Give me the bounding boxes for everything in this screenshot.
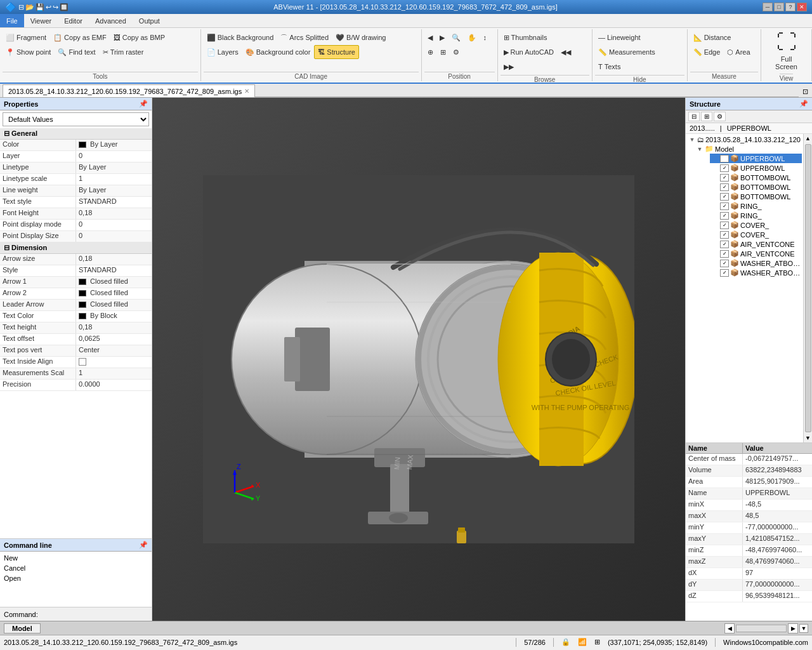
center-button[interactable]: ⊕ bbox=[424, 45, 436, 59]
structure-pin-icon[interactable]: 📌 bbox=[799, 100, 808, 108]
area-button[interactable]: ⬡ Area bbox=[724, 45, 753, 59]
background-color-button[interactable]: 🎨 Background color bbox=[242, 45, 314, 59]
properties-pin-icon[interactable]: 📌 bbox=[139, 100, 148, 108]
scroll-down-button[interactable]: ▼ bbox=[799, 624, 808, 633]
zoom-in-button[interactable]: 🔍 bbox=[449, 30, 464, 44]
edge-button[interactable]: 📏 Edge bbox=[690, 45, 724, 59]
tree-item-4[interactable]: ✓ 📦 BOTTOMBOWL bbox=[710, 192, 802, 201]
tree-item-5[interactable]: ✓ 📦 RING_ bbox=[710, 201, 802, 211]
pos-prev-button[interactable]: ◀ bbox=[424, 30, 436, 44]
copy-as-bmp-button[interactable]: 🖼 Copy as BMP bbox=[110, 30, 168, 44]
prev-icon: ◀ bbox=[428, 34, 433, 42]
minimize-button[interactable]: ─ bbox=[763, 3, 773, 11]
browse-prev-button[interactable]: ◀◀ bbox=[558, 45, 574, 59]
tree-item-9[interactable]: ✓ 📦 AIR_VENTCONE bbox=[710, 239, 802, 249]
struct-expand-all[interactable]: ⊟ bbox=[688, 112, 700, 121]
next-page-button[interactable]: ▶ bbox=[788, 623, 798, 633]
grid-row-4: minX -48,5 bbox=[686, 500, 812, 511]
tab-maximize-button[interactable]: ⊡ bbox=[799, 86, 812, 97]
structure-panel: Structure 📌 ⊟ ⊞ ⚙ 2013..... | UPPERBOWL … bbox=[686, 98, 812, 443]
black-bg-button[interactable]: ⬛ Black Background bbox=[204, 30, 277, 44]
status-div-3 bbox=[715, 638, 716, 647]
main-tab[interactable]: 2013.05.28_14.10.33.212_120.60.159.192_7… bbox=[3, 84, 255, 97]
find-text-button[interactable]: 🔍 Find text bbox=[55, 45, 98, 59]
tree-item-12[interactable]: ✓ 📦 WASHER_ATBOTTC bbox=[710, 268, 802, 277]
tree-item-1[interactable]: ✓ 📦 UPPERBOWL bbox=[710, 163, 802, 173]
props-section-general[interactable]: ⊟ General bbox=[0, 128, 152, 140]
status-grid-icon: ⊞ bbox=[594, 638, 600, 646]
settings-button[interactable]: ⚙ bbox=[450, 45, 462, 59]
props-grid-header: Name Value bbox=[686, 443, 812, 454]
grid-row-0: Center of mass -0,0672149757... bbox=[686, 454, 812, 465]
model-svg: ZF INDIA OIL TYPE ATF CHECK CHECK OIL LE… bbox=[203, 175, 634, 543]
prop-style: Style STANDARD bbox=[0, 265, 152, 277]
browse-next-button[interactable]: ▶▶ bbox=[501, 60, 517, 74]
status-div-1 bbox=[516, 638, 516, 647]
layers-button[interactable]: 📄 Layers bbox=[204, 45, 242, 59]
tree-item-0[interactable]: ✓ 📦 UPPERBOWL bbox=[710, 154, 802, 163]
restore-button[interactable]: □ bbox=[774, 3, 784, 11]
bg-color-icon: 🎨 bbox=[246, 48, 254, 56]
tree-item-11[interactable]: ✓ 📦 WASHER_ATBOTTC bbox=[710, 258, 802, 268]
thumbnails-button[interactable]: ⊞ Thumbnails bbox=[501, 30, 551, 44]
grid-row-9: maxZ 48,4769974060... bbox=[686, 557, 812, 568]
prop-linetype-scale: Linetype scale 1 bbox=[0, 174, 152, 185]
arcs-splitted-button[interactable]: ⌒ Arcs Splitted bbox=[277, 30, 332, 44]
prop-arrowsize: Arrow size 0,18 bbox=[0, 254, 152, 265]
grid-button[interactable]: ⊞ bbox=[437, 45, 449, 59]
structure-button[interactable]: 🏗 Structure bbox=[314, 45, 359, 59]
tree-expand-icon: ▼ bbox=[696, 146, 704, 152]
command-pin-icon[interactable]: 📌 bbox=[139, 541, 148, 549]
status-page: 57/286 bbox=[524, 639, 546, 646]
close-button[interactable]: ✕ bbox=[797, 3, 807, 11]
show-point-button[interactable]: 📍 Show point bbox=[3, 45, 54, 59]
tree-item-10[interactable]: ✓ 📦 AIR_VENTCONE bbox=[710, 249, 802, 258]
status-bar: 2013.05.28_14.10.33.212_120.60.159.192_7… bbox=[0, 635, 812, 649]
grid-row-1: Volume 63822,234894883 bbox=[686, 465, 812, 477]
tree-model[interactable]: ▼ 📁 Model bbox=[695, 144, 802, 154]
show-point-icon: 📍 bbox=[6, 48, 15, 56]
fragment-button[interactable]: ⬜ Fragment bbox=[3, 30, 49, 44]
prop-textstyle: Text style STANDARD bbox=[0, 197, 152, 208]
lineweight-button[interactable]: — Lineweight bbox=[595, 30, 644, 44]
menu-file[interactable]: File bbox=[0, 14, 24, 27]
tree-item-6[interactable]: ✓ 📦 RING_ bbox=[710, 211, 802, 220]
textinsidealign-checkbox[interactable] bbox=[79, 358, 86, 366]
struct-collapse-all[interactable]: ⊞ bbox=[701, 112, 712, 121]
bw-drawing-button[interactable]: 🖤 B/W drawing bbox=[332, 30, 389, 44]
window-icon[interactable]: ? bbox=[785, 3, 796, 11]
run-autocad-button[interactable]: ▶ Run AutoCAD bbox=[501, 45, 557, 59]
page-scroll[interactable] bbox=[736, 625, 787, 632]
prev-page-button[interactable]: ◀ bbox=[724, 623, 735, 633]
pos-next-button[interactable]: ▶ bbox=[436, 30, 448, 44]
menu-viewer[interactable]: Viewer bbox=[24, 14, 58, 27]
bottom-nav: ◀ ▶ ▼ bbox=[724, 623, 808, 633]
hand-button[interactable]: ✋ bbox=[464, 30, 480, 44]
menu-advanced[interactable]: Advanced bbox=[89, 14, 133, 27]
tree-root[interactable]: ▼ 🗂 2013.05.28_14.10.33.212_120 bbox=[687, 135, 802, 144]
fit-icon: ↕ bbox=[483, 34, 487, 41]
texts-button[interactable]: T Texts bbox=[595, 60, 624, 74]
trim-raster-button[interactable]: ✂ Trim raster bbox=[100, 45, 147, 59]
properties-dropdown[interactable]: Default Values bbox=[3, 112, 149, 126]
tree-scrollbar[interactable]: ▲ ▼ bbox=[803, 134, 812, 442]
tree-item-2[interactable]: ✓ 📦 BOTTOMBOWL bbox=[710, 173, 802, 182]
menu-output[interactable]: Output bbox=[133, 14, 166, 27]
struct-settings[interactable]: ⚙ bbox=[714, 112, 726, 121]
tree-item-3[interactable]: ✓ 📦 BOTTOMBOWL bbox=[710, 182, 802, 192]
distance-button[interactable]: 📐 Distance bbox=[690, 30, 735, 44]
tree-item-7[interactable]: ✓ 📦 COVER_ bbox=[710, 220, 802, 230]
tab-close-button[interactable]: ✕ bbox=[244, 88, 249, 95]
tab-bar: 2013.05.28_14.10.33.212_120.60.159.192_7… bbox=[0, 84, 812, 98]
menu-editor[interactable]: Editor bbox=[58, 14, 89, 27]
tree-item-8[interactable]: ✓ 📦 COVER_ bbox=[710, 230, 802, 239]
props-section-dimension[interactable]: ⊟ Dimension bbox=[0, 242, 152, 254]
prop-ptdisplaymode: Point display mode 0 bbox=[0, 220, 152, 231]
viewport[interactable]: ZF INDIA OIL TYPE ATF CHECK CHECK OIL LE… bbox=[152, 98, 685, 621]
model-tab[interactable]: Model bbox=[4, 623, 41, 633]
ribbon-group-cad: ⬛ Black Background ⌒ Arcs Splitted 🖤 B/W… bbox=[201, 29, 422, 81]
measurements-button[interactable]: 📏 Measurements bbox=[595, 45, 658, 59]
copy-as-emf-button[interactable]: 📋 Copy as EMF bbox=[50, 30, 110, 44]
fit-button[interactable]: ↕ bbox=[480, 30, 490, 44]
full-screen-button[interactable]: ⛶ Full Screen bbox=[764, 29, 809, 72]
